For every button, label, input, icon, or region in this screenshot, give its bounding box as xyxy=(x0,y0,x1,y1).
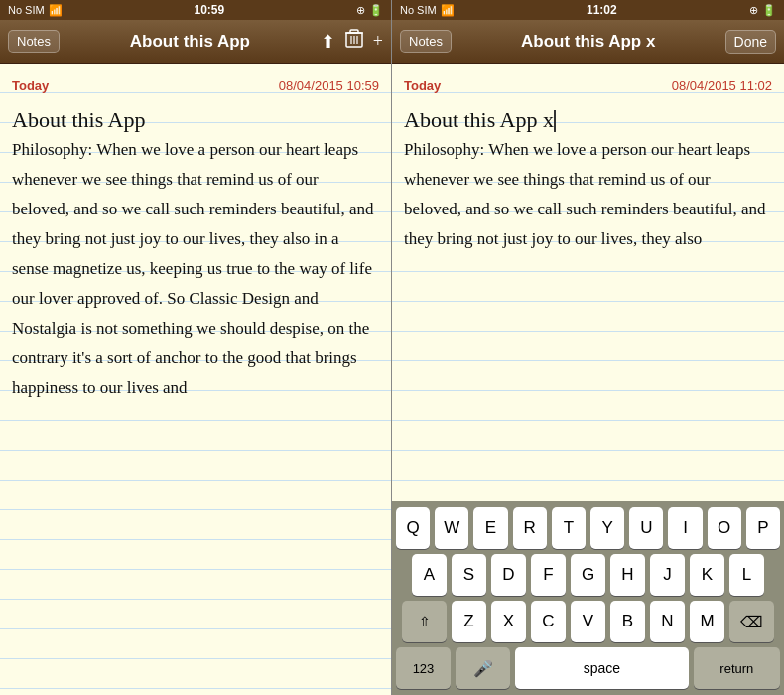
battery-icon-right: 🔋 xyxy=(762,4,776,17)
share-icon-left[interactable]: ⬆ xyxy=(321,31,335,53)
key-j[interactable]: J xyxy=(650,554,685,596)
return-key[interactable]: return xyxy=(694,647,780,689)
key-f[interactable]: F xyxy=(531,554,566,596)
bluetooth-icon-left: ⊕ xyxy=(356,4,365,17)
space-key[interactable]: space xyxy=(515,647,689,689)
note-body-right[interactable]: Philosophy: When we love a person our he… xyxy=(404,135,772,254)
key-v[interactable]: V xyxy=(571,601,605,642)
key-z[interactable]: Z xyxy=(452,601,486,642)
key-g[interactable]: G xyxy=(571,554,605,596)
date-value-left: 08/04/2015 10:59 xyxy=(279,71,379,101)
nav-bar-right: Notes About this App x Done xyxy=(392,20,784,64)
key-d[interactable]: D xyxy=(491,554,526,596)
key-u[interactable]: U xyxy=(629,507,663,549)
time-right: 11:02 xyxy=(587,3,617,17)
nav-title-left: About this App xyxy=(60,32,321,52)
trash-icon-left[interactable] xyxy=(345,29,363,54)
key-b[interactable]: B xyxy=(610,601,645,642)
key-o[interactable]: O xyxy=(708,507,741,549)
key-y[interactable]: Y xyxy=(590,507,624,549)
keyboard-row-1: Q W E R T Y U I O P xyxy=(396,507,780,549)
note-title-left: About this App xyxy=(12,105,379,135)
key-m[interactable]: M xyxy=(690,601,724,642)
time-left: 10:59 xyxy=(194,3,224,17)
key-q[interactable]: Q xyxy=(396,507,430,549)
svg-rect-2 xyxy=(350,30,358,33)
status-bar-left: No SIM 📶 10:59 ⊕ 🔋 xyxy=(0,0,391,20)
status-right-right: ⊕ 🔋 xyxy=(749,4,776,17)
date-line-left: Today 08/04/2015 10:59 xyxy=(12,71,379,101)
status-bar-right: No SIM 📶 11:02 ⊕ 🔋 xyxy=(392,0,784,20)
nav-actions-left: ⬆ + xyxy=(321,29,383,54)
text-cursor xyxy=(554,110,556,132)
battery-icon-left: 🔋 xyxy=(369,4,383,17)
carrier-left: No SIM xyxy=(8,4,45,16)
add-icon-left[interactable]: + xyxy=(373,31,383,52)
bluetooth-icon-right: ⊕ xyxy=(749,4,758,17)
date-label-right: Today xyxy=(404,71,441,101)
key-h[interactable]: H xyxy=(610,554,645,596)
back-button-left[interactable]: Notes xyxy=(8,30,60,53)
status-left-left: No SIM 📶 xyxy=(8,4,63,17)
wifi-icon-right: 📶 xyxy=(441,4,455,17)
right-panel: No SIM 📶 11:02 ⊕ 🔋 Notes About this App … xyxy=(392,0,784,695)
keyboard-row-3: ⇧ Z X C V B N M ⌫ xyxy=(396,601,780,642)
key-k[interactable]: K xyxy=(690,554,724,596)
nav-title-right: About this App x xyxy=(452,32,725,52)
date-line-right: Today 08/04/2015 11:02 xyxy=(404,71,772,101)
wifi-icon-left: 📶 xyxy=(49,4,63,17)
key-t[interactable]: T xyxy=(552,507,586,549)
key-s[interactable]: S xyxy=(452,554,486,596)
key-e[interactable]: E xyxy=(473,507,507,549)
left-panel: No SIM 📶 10:59 ⊕ 🔋 Notes About this App … xyxy=(0,0,392,695)
key-l[interactable]: L xyxy=(729,554,764,596)
status-right-left: ⊕ 🔋 xyxy=(356,4,383,17)
note-content-right: Today 08/04/2015 11:02 About this App x … xyxy=(392,64,784,501)
note-title-right: About this App x xyxy=(404,105,772,135)
keyboard-row-4: 123 🎤 space return xyxy=(396,647,780,689)
key-i[interactable]: I xyxy=(668,507,702,549)
date-value-right: 08/04/2015 11:02 xyxy=(672,71,772,101)
note-body-left: Philosophy: When we love a person our he… xyxy=(12,135,379,403)
keyboard-row-2: A S D F G H J K L xyxy=(396,554,780,596)
key-n[interactable]: N xyxy=(650,601,685,642)
mic-key[interactable]: 🎤 xyxy=(456,647,510,689)
status-left-right: No SIM 📶 xyxy=(400,4,455,17)
key-c[interactable]: C xyxy=(531,601,566,642)
key-a[interactable]: A xyxy=(412,554,447,596)
key-x[interactable]: X xyxy=(491,601,526,642)
key-r[interactable]: R xyxy=(513,507,547,549)
date-label-left: Today xyxy=(12,71,49,101)
note-content-left: Today 08/04/2015 10:59 About this App Ph… xyxy=(0,64,391,695)
numbers-key[interactable]: 123 xyxy=(396,647,451,689)
nav-bar-left: Notes About this App ⬆ + xyxy=(0,20,391,64)
keyboard: Q W E R T Y U I O P A S D F G H J K L ⇧ … xyxy=(392,501,784,695)
back-button-right[interactable]: Notes xyxy=(400,30,452,53)
shift-key[interactable]: ⇧ xyxy=(402,601,447,642)
key-p[interactable]: P xyxy=(746,507,780,549)
done-button-right[interactable]: Done xyxy=(725,30,776,54)
carrier-right: No SIM xyxy=(400,4,437,16)
backspace-key[interactable]: ⌫ xyxy=(729,601,774,642)
key-w[interactable]: W xyxy=(435,507,468,549)
